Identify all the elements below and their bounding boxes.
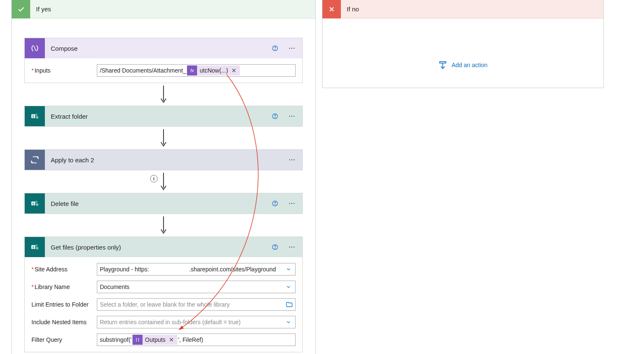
add-action-icon: [438, 60, 447, 70]
svg-point-27: [289, 203, 290, 204]
if-yes-header[interactable]: If yes: [12, 0, 315, 18]
svg-point-19: [293, 159, 294, 160]
svg-point-4: [291, 48, 292, 49]
svg-point-38: [291, 247, 292, 247]
sharepoint-icon: S: [25, 106, 45, 126]
card-menu-icon[interactable]: [286, 44, 298, 53]
if-yes-title: If yes: [36, 5, 51, 13]
limit-folder-input[interactable]: Select a folder, or leave blank for the …: [97, 298, 296, 311]
extract-folder-title: Extract folder: [51, 113, 265, 120]
svg-point-5: [293, 48, 294, 49]
svg-point-14: [291, 116, 292, 117]
outputs-token[interactable]: Outputs ✕: [132, 335, 177, 345]
svg-point-29: [293, 203, 294, 204]
svg-point-15: [293, 116, 294, 117]
info-icon[interactable]: i: [150, 175, 158, 182]
help-icon[interactable]: [270, 242, 280, 252]
svg-point-36: [275, 248, 275, 249]
svg-point-34: [36, 247, 38, 250]
apply-to-each-card: Apply to each 2: [24, 149, 303, 170]
delete-file-title: Delete file: [51, 200, 265, 207]
svg-point-2: [275, 49, 275, 50]
compose-icon: [25, 38, 45, 58]
compose-title: Compose: [51, 45, 265, 52]
add-action-button[interactable]: Add an action: [438, 60, 488, 70]
compose-card: Compose *Inputs /: [24, 38, 303, 83]
limit-folder-label: Limit Entries to Folder: [31, 301, 93, 308]
svg-point-18: [291, 159, 292, 160]
sharepoint-icon: S: [25, 193, 45, 213]
delete-file-header[interactable]: S Delete file: [25, 193, 302, 213]
help-icon[interactable]: [270, 199, 280, 208]
svg-text:S: S: [32, 115, 34, 118]
if-no-branch: If no Add an action: [322, 0, 604, 88]
flow-arrow-icon: [158, 128, 169, 148]
get-files-card: S Get files (properties only) *Site Addr…: [24, 237, 303, 352]
remove-token-icon[interactable]: ✕: [231, 67, 237, 74]
svg-point-24: [36, 203, 38, 206]
svg-point-37: [289, 247, 290, 247]
flow-arrow-icon: [158, 216, 169, 235]
chevron-down-icon[interactable]: [281, 281, 296, 293]
svg-point-23: [35, 201, 38, 203]
compose-header[interactable]: Compose: [25, 38, 302, 58]
apply-to-each-title: Apply to each 2: [51, 156, 280, 164]
svg-rect-40: [440, 62, 446, 63]
extract-folder-header[interactable]: S Extract folder: [25, 106, 302, 126]
svg-point-33: [35, 245, 38, 247]
flow-arrow-icon: [158, 85, 169, 104]
card-menu-icon[interactable]: [286, 242, 298, 252]
card-menu-icon[interactable]: [286, 112, 298, 121]
compose-inputs-text: /Shared Documents/Attachment_: [100, 67, 186, 74]
filter-query-label: Filter Query: [31, 336, 93, 343]
filter-query-input[interactable]: substringof(' Outputs ✕ ', FileRef): [97, 333, 296, 346]
library-name-select[interactable]: Documents: [97, 281, 296, 293]
apply-to-each-header[interactable]: Apply to each 2: [25, 150, 302, 170]
sharepoint-icon: S: [25, 237, 45, 257]
svg-line-0: [34, 46, 36, 51]
flow-arrow-icon: [158, 172, 169, 191]
utcnow-token[interactable]: fx utcNow(...) ✕: [187, 65, 240, 75]
get-files-header[interactable]: S Get files (properties only): [25, 237, 302, 257]
compose-inputs-label: *Inputs: [31, 67, 93, 74]
svg-point-3: [289, 48, 290, 49]
library-name-label: *Library Name: [31, 284, 93, 290]
svg-point-9: [35, 114, 38, 116]
delete-file-card: S Delete file: [24, 193, 303, 214]
card-menu-icon[interactable]: [286, 199, 298, 208]
chevron-down-icon[interactable]: [281, 316, 296, 328]
svg-point-10: [36, 116, 38, 119]
if-no-header[interactable]: If no: [322, 0, 603, 18]
extract-folder-card: S Extract folder: [24, 106, 303, 127]
fx-icon: fx: [187, 65, 197, 75]
svg-point-17: [289, 159, 290, 160]
compose-token-icon: [132, 335, 143, 345]
svg-text:S: S: [32, 245, 34, 249]
nested-items-select[interactable]: Return entries contained in sub-folders …: [97, 316, 296, 328]
if-yes-branch: If yes Compose: [11, 0, 316, 354]
svg-point-12: [275, 117, 275, 118]
svg-point-28: [291, 203, 292, 204]
help-icon[interactable]: [270, 44, 280, 53]
check-icon: [12, 0, 30, 18]
close-icon: [322, 0, 341, 18]
site-address-label: *Site Address: [31, 266, 93, 273]
svg-point-13: [289, 116, 290, 117]
compose-inputs-field[interactable]: /Shared Documents/Attachment_ fx utcNow(…: [97, 64, 296, 77]
loop-icon: [25, 150, 45, 170]
site-address-select[interactable]: Playground - https: .sharepoint.com/site…: [97, 263, 296, 276]
if-no-title: If no: [347, 5, 359, 13]
card-menu-icon[interactable]: [286, 155, 298, 164]
remove-token-icon[interactable]: ✕: [168, 336, 175, 343]
folder-picker-icon[interactable]: [286, 298, 293, 311]
svg-point-39: [293, 247, 294, 247]
chevron-down-icon[interactable]: [281, 263, 296, 276]
get-files-title: Get files (properties only): [51, 244, 265, 251]
svg-text:S: S: [32, 202, 34, 206]
help-icon[interactable]: [270, 112, 280, 121]
nested-items-label: Include Nested Items: [31, 319, 93, 325]
svg-point-26: [275, 205, 275, 205]
